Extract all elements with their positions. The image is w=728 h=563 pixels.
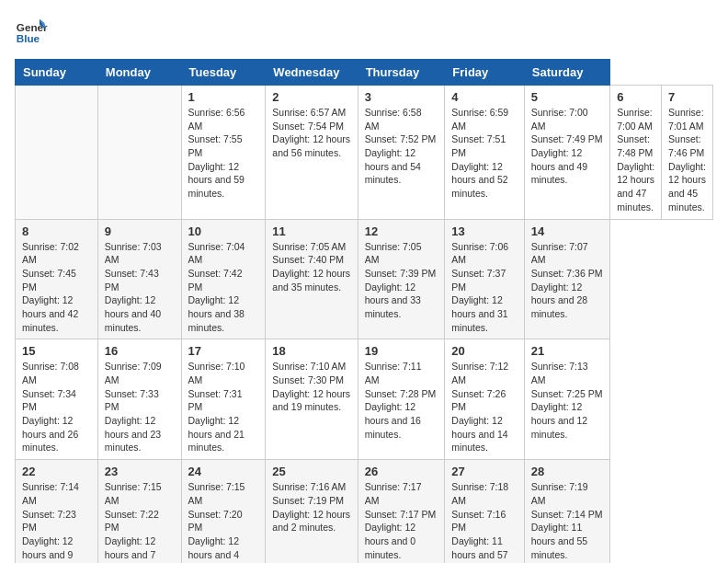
day-number: 27 <box>451 465 517 478</box>
day-number: 17 <box>188 344 259 358</box>
day-info: Sunrise: 7:05 AMSunset: 7:39 PMDaylight:… <box>365 241 437 319</box>
week-row: 1 Sunrise: 6:56 AMSunset: 7:55 PMDayligh… <box>16 86 713 220</box>
days-header-row: SundayMondayTuesdayWednesdayThursdayFrid… <box>16 60 713 86</box>
day-number: 10 <box>188 224 259 238</box>
calendar-cell: 1 Sunrise: 6:56 AMSunset: 7:55 PMDayligh… <box>181 86 266 220</box>
day-info: Sunrise: 6:59 AMSunset: 7:51 PMDaylight:… <box>451 107 508 199</box>
day-number: 12 <box>365 224 438 238</box>
calendar-cell: 22 Sunrise: 7:14 AMSunset: 7:23 PMDaylig… <box>16 460 98 563</box>
calendar-cell: 3 Sunrise: 6:58 AMSunset: 7:52 PMDayligh… <box>358 86 445 220</box>
calendar-table: SundayMondayTuesdayWednesdayThursdayFrid… <box>15 59 713 563</box>
calendar-cell: 18 Sunrise: 7:10 AMSunset: 7:30 PMDaylig… <box>266 339 358 460</box>
calendar-cell: 26 Sunrise: 7:17 AMSunset: 7:17 PMDaylig… <box>358 460 445 563</box>
day-number: 16 <box>105 344 175 358</box>
calendar-cell <box>16 86 98 220</box>
week-row: 15 Sunrise: 7:08 AMSunset: 7:34 PMDaylig… <box>16 339 713 460</box>
day-number: 7 <box>668 90 706 104</box>
day-info: Sunrise: 7:14 AMSunset: 7:23 PMDaylight:… <box>22 481 79 563</box>
day-info: Sunrise: 6:58 AMSunset: 7:52 PMDaylight:… <box>365 107 437 185</box>
day-info: Sunrise: 7:16 AMSunset: 7:19 PMDaylight:… <box>272 481 350 533</box>
day-info: Sunrise: 7:10 AMSunset: 7:30 PMDaylight:… <box>272 361 350 412</box>
day-number: 18 <box>272 344 350 358</box>
svg-text:Blue: Blue <box>17 32 40 44</box>
day-number: 13 <box>451 224 517 238</box>
day-info: Sunrise: 7:17 AMSunset: 7:17 PMDaylight:… <box>365 481 437 559</box>
logo: General Blue <box>15 15 48 48</box>
day-info: Sunrise: 7:03 AMSunset: 7:43 PMDaylight:… <box>105 241 162 333</box>
col-header-tuesday: Tuesday <box>181 60 266 86</box>
day-number: 14 <box>531 224 603 238</box>
page-header: General Blue <box>15 15 713 48</box>
calendar-cell: 24 Sunrise: 7:15 AMSunset: 7:20 PMDaylig… <box>181 460 266 563</box>
calendar-cell: 12 Sunrise: 7:05 AMSunset: 7:39 PMDaylig… <box>358 219 445 339</box>
calendar-cell: 21 Sunrise: 7:13 AMSunset: 7:25 PMDaylig… <box>524 339 609 460</box>
day-info: Sunrise: 7:01 AMSunset: 7:46 PMDaylight:… <box>668 107 706 213</box>
day-number: 3 <box>365 90 438 104</box>
day-number: 2 <box>272 90 350 104</box>
col-header-saturday: Saturday <box>524 60 609 86</box>
calendar-cell: 19 Sunrise: 7:11 AMSunset: 7:28 PMDaylig… <box>358 339 445 460</box>
day-info: Sunrise: 7:07 AMSunset: 7:36 PMDaylight:… <box>531 241 603 319</box>
day-info: Sunrise: 7:04 AMSunset: 7:42 PMDaylight:… <box>188 241 245 333</box>
col-header-friday: Friday <box>445 60 524 86</box>
day-number: 6 <box>617 90 654 104</box>
calendar-cell: 6 Sunrise: 7:00 AMSunset: 7:48 PMDayligh… <box>610 86 662 220</box>
calendar-cell: 4 Sunrise: 6:59 AMSunset: 7:51 PMDayligh… <box>445 86 524 220</box>
calendar-cell: 7 Sunrise: 7:01 AMSunset: 7:46 PMDayligh… <box>662 86 713 220</box>
week-row: 22 Sunrise: 7:14 AMSunset: 7:23 PMDaylig… <box>16 460 713 563</box>
calendar-cell: 10 Sunrise: 7:04 AMSunset: 7:42 PMDaylig… <box>181 219 266 339</box>
day-info: Sunrise: 7:10 AMSunset: 7:31 PMDaylight:… <box>188 361 245 453</box>
day-info: Sunrise: 7:05 AMSunset: 7:40 PMDaylight:… <box>272 241 350 293</box>
day-number: 5 <box>531 90 603 104</box>
logo-icon: General Blue <box>15 15 48 48</box>
day-info: Sunrise: 7:15 AMSunset: 7:20 PMDaylight:… <box>188 481 245 563</box>
day-number: 20 <box>451 344 517 358</box>
calendar-cell: 8 Sunrise: 7:02 AMSunset: 7:45 PMDayligh… <box>16 219 98 339</box>
calendar-cell: 14 Sunrise: 7:07 AMSunset: 7:36 PMDaylig… <box>524 219 609 339</box>
col-header-sunday: Sunday <box>16 60 98 86</box>
day-info: Sunrise: 7:15 AMSunset: 7:22 PMDaylight:… <box>105 481 162 563</box>
day-number: 11 <box>272 224 350 238</box>
col-header-thursday: Thursday <box>358 60 445 86</box>
day-info: Sunrise: 7:08 AMSunset: 7:34 PMDaylight:… <box>22 361 79 453</box>
week-row: 8 Sunrise: 7:02 AMSunset: 7:45 PMDayligh… <box>16 219 713 339</box>
calendar-cell: 20 Sunrise: 7:12 AMSunset: 7:26 PMDaylig… <box>445 339 524 460</box>
day-info: Sunrise: 7:02 AMSunset: 7:45 PMDaylight:… <box>22 241 79 333</box>
day-number: 4 <box>451 90 517 104</box>
day-info: Sunrise: 7:13 AMSunset: 7:25 PMDaylight:… <box>531 361 603 439</box>
day-number: 22 <box>22 465 91 478</box>
calendar-cell: 16 Sunrise: 7:09 AMSunset: 7:33 PMDaylig… <box>97 339 181 460</box>
day-number: 19 <box>365 344 438 358</box>
calendar-cell: 28 Sunrise: 7:19 AMSunset: 7:14 PMDaylig… <box>524 460 609 563</box>
day-info: Sunrise: 7:12 AMSunset: 7:26 PMDaylight:… <box>451 361 508 453</box>
day-info: Sunrise: 6:56 AMSunset: 7:55 PMDaylight:… <box>188 107 245 199</box>
day-number: 15 <box>22 344 91 358</box>
day-info: Sunrise: 7:00 AMSunset: 7:49 PMDaylight:… <box>531 107 603 185</box>
col-header-wednesday: Wednesday <box>266 60 358 86</box>
col-header-monday: Monday <box>97 60 181 86</box>
day-info: Sunrise: 7:09 AMSunset: 7:33 PMDaylight:… <box>105 361 162 453</box>
calendar-cell: 9 Sunrise: 7:03 AMSunset: 7:43 PMDayligh… <box>97 219 181 339</box>
calendar-cell: 5 Sunrise: 7:00 AMSunset: 7:49 PMDayligh… <box>524 86 609 220</box>
calendar-cell: 15 Sunrise: 7:08 AMSunset: 7:34 PMDaylig… <box>16 339 98 460</box>
day-number: 9 <box>105 224 175 238</box>
day-number: 8 <box>22 224 91 238</box>
day-info: Sunrise: 7:00 AMSunset: 7:48 PMDaylight:… <box>617 107 654 213</box>
day-number: 26 <box>365 465 438 478</box>
calendar-cell: 23 Sunrise: 7:15 AMSunset: 7:22 PMDaylig… <box>97 460 181 563</box>
calendar-cell: 17 Sunrise: 7:10 AMSunset: 7:31 PMDaylig… <box>181 339 266 460</box>
calendar-cell <box>97 86 181 220</box>
day-number: 25 <box>272 465 350 478</box>
calendar-cell: 13 Sunrise: 7:06 AMSunset: 7:37 PMDaylig… <box>445 219 524 339</box>
day-number: 21 <box>531 344 603 358</box>
day-number: 24 <box>188 465 259 478</box>
day-number: 1 <box>188 90 259 104</box>
day-info: Sunrise: 6:57 AMSunset: 7:54 PMDaylight:… <box>272 107 350 158</box>
day-number: 28 <box>531 465 603 478</box>
day-info: Sunrise: 7:06 AMSunset: 7:37 PMDaylight:… <box>451 241 508 333</box>
calendar-cell: 2 Sunrise: 6:57 AMSunset: 7:54 PMDayligh… <box>266 86 358 220</box>
day-info: Sunrise: 7:18 AMSunset: 7:16 PMDaylight:… <box>451 481 508 563</box>
day-number: 23 <box>105 465 175 478</box>
day-info: Sunrise: 7:11 AMSunset: 7:28 PMDaylight:… <box>365 361 437 439</box>
calendar-cell: 27 Sunrise: 7:18 AMSunset: 7:16 PMDaylig… <box>445 460 524 563</box>
